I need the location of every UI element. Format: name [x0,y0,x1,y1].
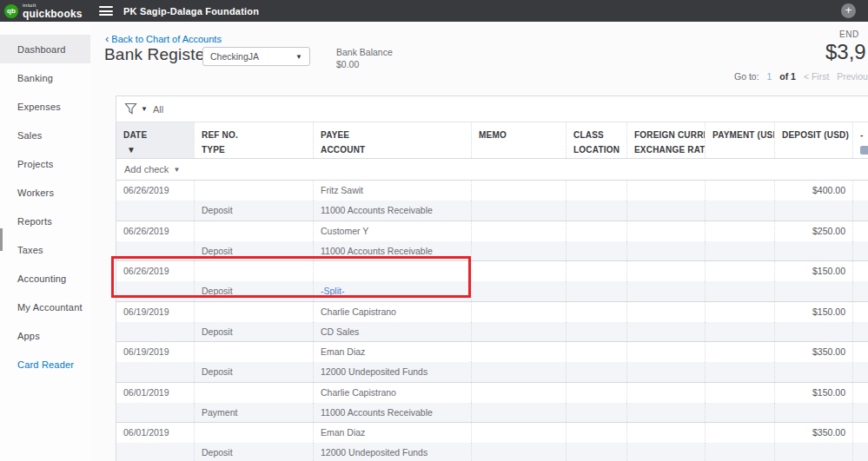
table-row[interactable]: 06/19/2019 Eman Diaz $350.00 Deposit 120… [116,341,868,382]
cell-type[interactable]: Deposit [194,443,313,461]
cell-date[interactable]: 06/26/2019 [116,181,194,201]
table-row[interactable]: 06/01/2019 Eman Diaz $350.00 Deposit 120… [116,422,868,461]
sidebar-item-sales[interactable]: Sales [0,121,90,149]
cell-deposit[interactable]: $150.00 [774,302,852,322]
column-header-deposit[interactable]: DEPOSIT (USD) [774,122,852,158]
cell-type[interactable]: Deposit [194,201,313,221]
cell-memo[interactable] [471,221,566,241]
cell-class[interactable] [566,221,626,241]
cell-status[interactable] [852,302,868,322]
cell-deposit[interactable]: $350.00 [774,423,852,443]
cell-date[interactable]: 06/26/2019 [116,221,194,241]
sidebar-item-taxes[interactable]: Taxes [0,235,90,264]
cell-status[interactable] [852,342,868,362]
column-header-status[interactable]: - [852,122,868,158]
cell-foreign-currency[interactable] [626,181,705,201]
cell-deposit[interactable]: $250.00 [774,221,852,241]
cell-type[interactable]: Deposit [194,362,313,382]
cell-foreign-currency[interactable] [626,221,705,241]
cell-status[interactable] [852,261,868,281]
table-row[interactable]: 06/26/2019 Fritz Sawit $400.00 Deposit 1… [116,180,868,221]
hamburger-menu-icon[interactable] [99,6,113,16]
cell-type[interactable]: Payment [194,403,313,423]
cell-foreign-currency[interactable] [626,302,705,322]
cell-deposit[interactable]: $400.00 [774,181,852,201]
cell-payment[interactable] [705,423,774,443]
cell-memo[interactable] [471,342,566,362]
cell-ref-no[interactable] [194,302,313,322]
cell-date[interactable]: 06/26/2019 [116,261,194,281]
cell-ref-no[interactable] [194,181,313,201]
cell-memo[interactable] [471,261,566,281]
cell-account[interactable]: 11000 Accounts Receivable [313,201,471,221]
sidebar-item-apps[interactable]: Apps [0,321,90,350]
cell-deposit[interactable]: $350.00 [774,342,852,362]
back-to-chart-link[interactable]: ‹Back to Chart of Accounts [105,32,222,45]
cell-payee[interactable]: Charlie Capistrano [313,302,471,322]
cell-memo[interactable] [471,423,566,443]
quickbooks-logo[interactable]: qb intuit quickbooks [0,3,90,19]
cell-ref-no[interactable] [194,383,313,403]
cell-date[interactable]: 06/19/2019 [116,342,194,362]
cell-class[interactable] [566,383,626,403]
sidebar-item-workers[interactable]: Workers [0,178,90,207]
cell-payment[interactable] [705,181,774,201]
cell-payee[interactable]: Fritz Sawit [313,181,471,201]
cell-date[interactable]: 06/01/2019 [116,383,194,403]
cell-payee[interactable]: Eman Diaz [313,342,471,362]
cell-ref-no[interactable] [194,261,313,281]
table-row[interactable]: 06/19/2019 Charlie Capistrano $150.00 De… [116,301,868,342]
sidebar-item-accounting[interactable]: Accounting [0,264,90,293]
sidebar-item-dashboard[interactable]: Dashboard [0,35,90,63]
cell-type[interactable]: Deposit [194,281,313,301]
cell-type[interactable]: Deposit [194,322,313,342]
filter-funnel-icon[interactable] [124,102,137,115]
cell-foreign-currency[interactable] [626,383,705,403]
column-header-memo[interactable]: MEMO [471,122,566,158]
sidebar-item-banking[interactable]: Banking [0,63,90,92]
add-check-button[interactable]: Add check ▼ [116,159,868,180]
cell-date[interactable]: 06/19/2019 [116,302,194,322]
column-header-ref-type[interactable]: REF NO. TYPE [194,122,313,158]
cell-class[interactable] [566,423,626,443]
previous-page-button[interactable]: Previous [837,71,868,82]
sidebar-item-expenses[interactable]: Expenses [0,92,90,121]
table-gear-icon[interactable] [860,146,868,155]
cell-account[interactable]: 11000 Accounts Receivable [313,241,471,261]
cell-payment[interactable] [705,302,774,322]
cell-account[interactable]: 12000 Undeposited Funds [313,443,471,461]
sidebar-scrollbar[interactable] [0,228,3,251]
cell-class[interactable] [566,261,626,281]
sidebar-item-card-reader[interactable]: Card Reader [0,350,90,379]
cell-foreign-currency[interactable] [626,423,705,443]
table-row[interactable]: 06/26/2019 $150.00 Deposit -Split- [116,260,868,301]
cell-ref-no[interactable] [194,342,313,362]
sidebar-item-reports[interactable]: Reports [0,207,90,235]
table-row[interactable]: 06/26/2019 Customer Y $250.00 Deposit 11… [116,221,868,261]
cell-status[interactable] [852,383,868,403]
column-header-payee-account[interactable]: PAYEE ACCOUNT [313,122,471,158]
cell-payment[interactable] [705,383,774,403]
cell-payee[interactable] [313,261,471,281]
cell-date[interactable]: 06/01/2019 [116,423,194,443]
cell-foreign-currency[interactable] [626,261,705,281]
page-number[interactable]: 1 [767,71,772,82]
cell-payment[interactable] [705,221,774,241]
cell-payment[interactable] [705,342,774,362]
filter-caret-icon[interactable]: ▼ [141,105,148,113]
cell-deposit[interactable]: $150.00 [774,383,852,403]
sidebar-item-projects[interactable]: Projects [0,149,90,178]
table-row[interactable]: 06/01/2019 Charlie Capistrano $150.00 Pa… [116,382,868,423]
cell-payee[interactable]: Customer Y [313,221,471,241]
cell-ref-no[interactable] [194,423,313,443]
cell-payee[interactable]: Charlie Capistrano [313,383,471,403]
cell-class[interactable] [566,181,626,201]
column-header-class-location[interactable]: CLASS LOCATION [566,122,626,158]
cell-account[interactable]: -Split- [313,281,471,301]
cell-type[interactable]: Deposit [194,241,313,261]
cell-status[interactable] [852,423,868,443]
cell-payee[interactable]: Eman Diaz [313,423,471,443]
cell-status[interactable] [852,221,868,241]
cell-foreign-currency[interactable] [626,342,705,362]
cell-memo[interactable] [471,181,566,201]
